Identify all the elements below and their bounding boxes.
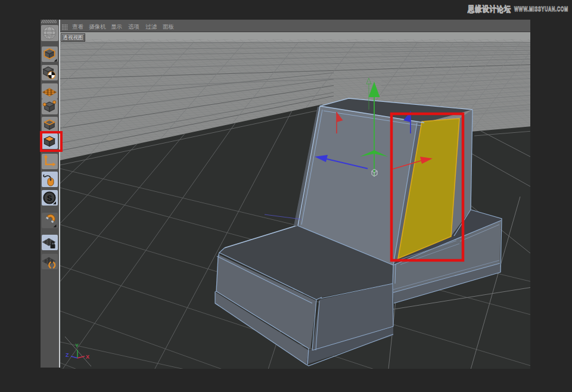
svg-text:X: X — [86, 354, 89, 360]
svg-text:Y: Y — [75, 343, 79, 349]
svg-text:S: S — [47, 194, 52, 203]
svg-text:Z: Z — [66, 352, 69, 358]
